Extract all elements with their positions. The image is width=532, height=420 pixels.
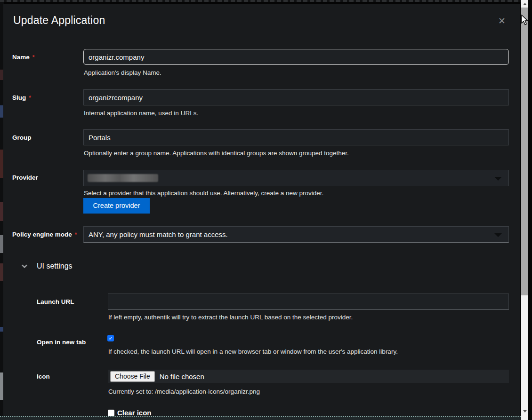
file-chosen-status: No file chosen xyxy=(160,372,204,380)
open-in-new-tab-label: Open in new tab xyxy=(37,339,86,346)
required-asterisk: * xyxy=(32,54,35,61)
launch-url-help: If left empty, authentik will try to ext… xyxy=(108,314,353,321)
chevron-down-icon[interactable] xyxy=(21,263,28,269)
launch-url-input[interactable] xyxy=(108,293,509,310)
modal-bottom-edge xyxy=(0,416,521,420)
vertical-scrollbar[interactable] xyxy=(521,0,528,420)
update-application-modal: Update Application ✕ Name* Application's… xyxy=(3,4,520,416)
name-label-text: Name xyxy=(12,54,30,61)
scrollbar-thumb[interactable] xyxy=(521,8,528,295)
backdrop-fragment xyxy=(0,263,3,281)
name-input[interactable] xyxy=(83,49,509,65)
icon-help: Currently set to: /media/application-ico… xyxy=(108,388,260,395)
chevron-down-icon xyxy=(494,177,502,181)
slug-help: Internal application name, used in URLs. xyxy=(84,110,198,117)
clear-icon-label: Clear icon xyxy=(117,409,152,416)
backdrop-fragment xyxy=(0,327,3,332)
name-label: Name* xyxy=(12,54,34,61)
slug-label: Slug* xyxy=(12,94,31,101)
required-asterisk: * xyxy=(29,95,31,101)
required-asterisk: * xyxy=(75,231,77,238)
backdrop-fragment xyxy=(0,235,3,253)
scrollbar-up-arrow-icon[interactable] xyxy=(523,3,527,5)
update-application-modal-screen: Update Application ✕ Name* Application's… xyxy=(0,0,532,420)
backdrop-fragment xyxy=(0,150,3,178)
redacted-provider-value xyxy=(88,174,158,182)
ui-settings-section-header[interactable]: UI settings xyxy=(37,262,73,270)
choose-file-button[interactable]: Choose File xyxy=(110,371,155,382)
group-input[interactable] xyxy=(83,129,509,145)
window-right-edge xyxy=(528,0,532,420)
policy-engine-mode-value: ANY, any policy must match to grant acce… xyxy=(89,230,228,238)
modal-top-edge xyxy=(0,0,521,2)
policy-engine-mode-label: Policy engine mode* xyxy=(12,231,77,238)
name-help: Application's display Name. xyxy=(84,69,161,76)
group-label: Group xyxy=(12,134,32,141)
provider-select[interactable] xyxy=(83,170,509,186)
modal-title: Update Application xyxy=(13,14,105,27)
checkmark-icon: ✓ xyxy=(108,335,113,341)
group-help: Optionally enter a group name. Applicati… xyxy=(84,150,349,157)
close-icon[interactable]: ✕ xyxy=(496,15,508,27)
backdrop-fragment xyxy=(0,202,3,221)
launch-url-label: Launch URL xyxy=(37,298,74,305)
create-provider-button[interactable]: Create provider xyxy=(83,198,150,214)
clear-icon-checkbox[interactable] xyxy=(108,410,114,416)
backdrop-fragment xyxy=(0,372,3,400)
icon-file-input[interactable]: Choose File No file chosen xyxy=(108,370,509,383)
open-in-new-tab-help: If checked, the launch URL will open in … xyxy=(108,348,398,355)
policy-engine-mode-label-text: Policy engine mode xyxy=(12,231,72,238)
provider-label: Provider xyxy=(12,174,38,181)
chevron-down-icon xyxy=(494,233,502,237)
slug-input[interactable] xyxy=(83,89,509,105)
backdrop-fragment xyxy=(0,70,3,80)
policy-engine-mode-select[interactable]: ANY, any policy must match to grant acce… xyxy=(83,226,509,243)
scrollbar-down-arrow-icon[interactable] xyxy=(523,410,527,412)
icon-label: Icon xyxy=(37,373,50,380)
open-in-new-tab-checkbox[interactable]: ✓ xyxy=(107,335,114,341)
slug-label-text: Slug xyxy=(12,94,26,101)
backdrop-fragment xyxy=(0,105,3,118)
provider-help: Select a provider that this application … xyxy=(84,190,323,197)
